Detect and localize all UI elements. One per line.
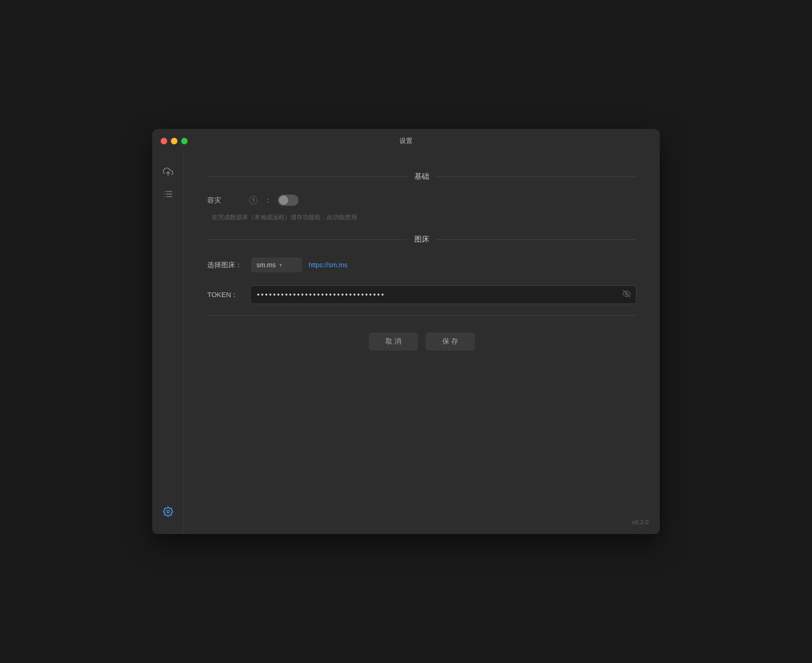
minimize-button[interactable] [171, 138, 177, 144]
tolerance-row: 容灾 ? ： [207, 195, 636, 206]
token-input-wrapper [250, 285, 636, 304]
basic-section-header: 基础 [207, 172, 636, 182]
chevron-down-icon: ▾ [279, 262, 282, 268]
image-host-section: 图床 选择图床： sm.ms ▾ https://sm.ms TOKEN： [207, 235, 636, 351]
toggle-knob [279, 196, 288, 205]
action-buttons: 取 消 保 存 [207, 332, 636, 351]
window-title: 设置 [399, 137, 413, 145]
traffic-lights [161, 138, 188, 144]
sidebar-item-settings[interactable] [159, 502, 177, 521]
token-row: TOKEN： [207, 285, 636, 304]
tolerance-colon: ： [264, 196, 271, 205]
title-bar: 设置 [152, 129, 660, 153]
upload-icon [163, 167, 173, 177]
close-button[interactable] [161, 138, 167, 144]
version-label: v0.2.0 [632, 519, 649, 526]
sidebar [152, 153, 184, 534]
image-host-link[interactable]: https://sm.ms [309, 261, 347, 269]
save-button[interactable]: 保 存 [426, 332, 475, 351]
main-content: 基础 容灾 ? ： 在完成数据库（本地或远程）缓存功能前，此功能禁用 图床 [184, 153, 660, 534]
basic-divider-right [437, 176, 636, 177]
settings-icon [163, 507, 173, 517]
image-host-value: sm.ms [257, 261, 276, 269]
basic-section-title: 基础 [414, 172, 429, 182]
tolerance-help-icon[interactable]: ? [249, 196, 257, 204]
app-body: 基础 容灾 ? ： 在完成数据库（本地或远程）缓存功能前，此功能禁用 图床 [152, 153, 660, 534]
tolerance-disabled-hint: 在完成数据库（本地或远程）缓存功能前，此功能禁用 [212, 213, 636, 222]
basic-divider-left [207, 176, 407, 177]
tolerance-label: 容灾 [207, 196, 244, 205]
token-label: TOKEN： [207, 291, 244, 299]
eye-icon[interactable] [623, 290, 631, 300]
image-divider-left [207, 239, 407, 240]
list-icon [163, 189, 173, 199]
svg-point-7 [167, 510, 169, 513]
image-host-label: 选择图床： [207, 261, 244, 270]
image-host-dropdown[interactable]: sm.ms ▾ [251, 257, 302, 272]
image-section-header: 图床 [207, 235, 636, 244]
image-divider-right [437, 239, 636, 240]
image-host-select-row: 选择图床： sm.ms ▾ https://sm.ms [207, 257, 636, 272]
tolerance-toggle[interactable] [278, 195, 298, 206]
svg-line-9 [623, 291, 630, 298]
sidebar-item-list[interactable] [159, 185, 177, 203]
bottom-divider [207, 315, 636, 316]
image-section-title: 图床 [414, 235, 429, 244]
token-input[interactable] [250, 285, 636, 304]
app-window: 设置 [152, 129, 660, 534]
cancel-button[interactable]: 取 消 [369, 332, 418, 351]
sidebar-item-upload[interactable] [159, 162, 177, 181]
maximize-button[interactable] [181, 138, 188, 144]
